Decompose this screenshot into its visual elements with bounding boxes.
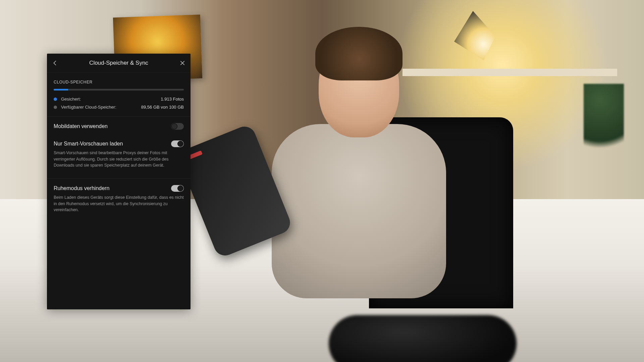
section-label-cloud-storage: CLOUD-SPEICHER (47, 73, 191, 87)
toggle-mobile-data[interactable] (171, 123, 184, 130)
dot-icon-grey (54, 106, 57, 109)
panel-title: Cloud-Speicher & Sync (89, 59, 148, 67)
storage-usage-bar (54, 89, 184, 90)
stat-row-available: Verfügbarer Cloud-Speicher: 89,56 GB von… (47, 103, 191, 111)
stat-value: 89,56 GB von 100 GB (141, 104, 184, 110)
stat-value: 1.913 Fotos (161, 96, 184, 102)
dot-icon-blue (54, 98, 57, 101)
close-icon (179, 60, 185, 66)
setting-label: Ruhemodus verhindern (54, 185, 109, 192)
back-button[interactable] (47, 54, 63, 72)
setting-row-prevent-sleep: Ruhemodus verhindern (47, 179, 191, 195)
setting-row-mobile-data: Mobildaten verwenden (47, 117, 191, 133)
cloud-sync-settings-panel: Cloud-Speicher & Sync CLOUD-SPEICHER Ges… (47, 54, 191, 309)
setting-label: Nur Smart-Vorschauen laden (54, 140, 123, 147)
film-clapper (503, 20, 574, 70)
panel-header: Cloud-Speicher & Sync (47, 54, 191, 73)
close-button[interactable] (174, 54, 191, 72)
setting-description: Beim Laden dieses Geräts sorgt diese Ein… (47, 194, 191, 217)
toggle-smart-previews[interactable] (171, 140, 184, 147)
setting-description: Smart-Vorschauen sind bearbeitbare Proxy… (47, 150, 191, 173)
camera-foreground (329, 315, 517, 362)
person (268, 34, 449, 335)
storage-usage-fill (54, 89, 68, 90)
toggle-prevent-sleep[interactable] (171, 185, 184, 192)
stat-label: Verfügbarer Cloud-Speicher: (61, 104, 141, 110)
plant (584, 84, 624, 164)
stat-row-backed-up: Gesichert: 1.913 Fotos (47, 95, 191, 103)
stat-label: Gesichert: (61, 96, 161, 102)
chevron-left-icon (52, 60, 58, 66)
setting-label: Mobildaten verwenden (54, 123, 108, 130)
setting-row-smart-previews: Nur Smart-Vorschauen laden (47, 133, 191, 150)
